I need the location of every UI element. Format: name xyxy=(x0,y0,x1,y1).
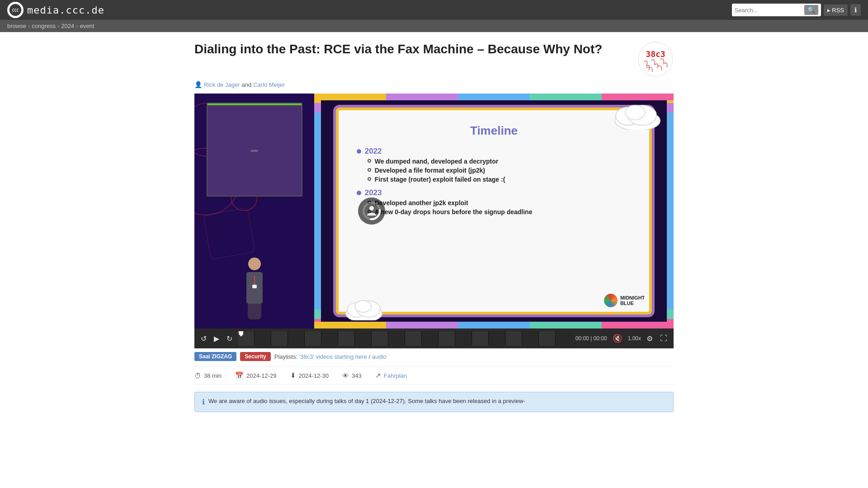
38c3-logo: 38c3 xyxy=(637,41,674,77)
slide-year-2023-label: 2023 xyxy=(365,188,382,197)
breadcrumb-congress[interactable]: congress xyxy=(32,23,56,29)
breadcrumb-year[interactable]: 2024 xyxy=(61,23,74,29)
bullet-circle-3 xyxy=(368,177,371,181)
meta-row: ⏱ 38 min 📅 2024-12-29 ⬇ 2024-12-30 👁 343… xyxy=(194,366,674,385)
date-recorded-value: 2024-12-29 xyxy=(246,372,277,379)
site-logo-icon: CCC xyxy=(7,2,24,18)
info-box: ℹ We are aware of audio issues, especial… xyxy=(194,392,674,412)
author2-link[interactable]: Carlo Meijer xyxy=(253,81,285,88)
fahrplan-link[interactable]: Fahrplan xyxy=(384,372,407,379)
rss-button[interactable]: ▸ RSS xyxy=(824,5,848,16)
site-logo-text[interactable]: media.ccc.de xyxy=(27,5,104,16)
meta-date-recorded: 📅 2024-12-29 xyxy=(235,371,277,380)
slide-year-2022-label: 2022 xyxy=(365,147,382,156)
bullet-circle-2 xyxy=(368,168,371,172)
bullet-dot-2023 xyxy=(357,191,361,195)
search-box: 🔍 xyxy=(732,4,821,16)
external-link-icon: ↗ xyxy=(375,371,381,380)
slide-bullet-2022-3-text: First stage (router) exploit failed on s… xyxy=(375,176,505,183)
search-input[interactable] xyxy=(735,7,802,14)
video-player[interactable]: slide xyxy=(194,94,674,328)
upload-icon: ⬇ xyxy=(290,371,296,380)
meta-fahrplan: ↗ Fahrplan xyxy=(375,371,407,380)
cloud-decoration-top xyxy=(610,98,665,131)
svg-text:38c3: 38c3 xyxy=(646,49,665,59)
meta-duration: ⏱ 38 min xyxy=(194,372,222,380)
speaker-camera: slide xyxy=(194,94,314,328)
tag-saal[interactable]: Saal ZIGZAG xyxy=(194,352,236,361)
breadcrumb-sep3: › xyxy=(76,23,78,29)
main-content: Dialing into the Past: RCE via the Fax M… xyxy=(185,32,683,412)
buffering-indicator xyxy=(358,197,385,225)
slide-bullet-2022-3: First stage (router) exploit failed on s… xyxy=(368,176,632,183)
clock-icon: ⏱ xyxy=(194,372,201,380)
info-box-text: We are aware of audio issues, especially… xyxy=(208,398,525,404)
progress-bar[interactable] xyxy=(238,331,572,346)
slide-bullet-2023-2-text: A new 0-day drops hours before the signu… xyxy=(375,208,533,216)
speaker-figure xyxy=(241,258,268,319)
meta-views: 👁 343 xyxy=(342,372,362,380)
search-button[interactable]: 🔍 xyxy=(804,5,818,15)
slide-right-border xyxy=(667,94,674,328)
slide-bullet-2022-1: We dumped nand, developed a decryptor xyxy=(368,158,632,165)
author-icon: 👤 xyxy=(194,81,202,88)
svg-point-8 xyxy=(625,105,645,120)
playlist2-link[interactable]: audio xyxy=(372,353,387,360)
tags-row: Saal ZIGZAG Security Playlists: '38c3' v… xyxy=(194,352,674,361)
speaker-slide-preview: slide xyxy=(207,103,302,197)
meta-date-released: ⬇ 2024-12-30 xyxy=(290,371,329,380)
duration-value: 38 min xyxy=(204,372,222,379)
fullscreen-button[interactable]: ⛶ xyxy=(658,333,669,343)
nav-right: 🔍 ▸ RSS ℹ xyxy=(732,4,861,16)
slide-year-2023: 2023 xyxy=(357,188,632,197)
playlists-label: Playlists: xyxy=(274,353,297,360)
playlist1-link[interactable]: '38c3' videos starting here xyxy=(299,353,367,360)
breadcrumb-browse[interactable]: browse xyxy=(7,23,26,29)
slide-bullet-2022-2-text: Developed a file format exploit (jp2k) xyxy=(375,167,485,174)
playlists-text: Playlists: '38c3' videos starting here /… xyxy=(274,353,387,360)
play-button[interactable]: ▶ xyxy=(212,333,221,344)
settings-button[interactable]: ⚙ xyxy=(645,333,655,344)
info-box-icon: ℹ xyxy=(202,398,205,406)
midnight-blue-circle xyxy=(604,294,618,307)
calendar-icon: 📅 xyxy=(235,371,244,380)
slide-left-border xyxy=(314,94,321,328)
current-time: 00:00 xyxy=(576,335,589,342)
date-released-value: 2024-12-30 xyxy=(299,372,329,379)
slide-bullet-2023-1: Developed another jp2k exploit xyxy=(368,199,632,206)
slide-bullet-2022-2: Developed a file format exploit (jp2k) xyxy=(368,167,632,174)
svg-rect-2 xyxy=(637,41,674,77)
speed-display: 1.00x xyxy=(628,335,641,342)
rss-icon: ▸ RSS xyxy=(827,7,844,14)
volume-button[interactable]: 🔇 xyxy=(611,333,624,344)
slide-bullet-2023-1-text: Developed another jp2k exploit xyxy=(375,199,468,206)
event-title: Dialing into the Past: RCE via the Fax M… xyxy=(194,41,628,57)
buffering-spinner xyxy=(361,200,382,222)
breadcrumb: browse › congress › 2024 › event xyxy=(0,20,868,32)
authors-row: 👤 Rick de Jager and Carlo Meijer xyxy=(194,81,674,88)
congress-logo: 38c3 xyxy=(637,41,674,77)
slide-bullet-2022-1-text: We dumped nand, developed a decryptor xyxy=(375,158,499,165)
info-icon: ℹ xyxy=(854,6,857,14)
time-display: 00:00 | 00:00 xyxy=(576,335,607,342)
author-join: and xyxy=(241,81,251,88)
svg-point-15 xyxy=(369,206,374,211)
views-value: 343 xyxy=(352,372,362,379)
info-button[interactable]: ℹ xyxy=(850,4,861,16)
midnight-blue-label: MIDNIGHTBLUE xyxy=(620,295,645,306)
svg-point-12 xyxy=(355,300,371,312)
speaker-background: slide xyxy=(194,94,314,328)
slide-title: Timeline xyxy=(357,124,632,138)
bullet-circle-1 xyxy=(368,159,371,163)
seek-backward-button[interactable]: ↺ xyxy=(199,333,208,344)
slide-year-2022: 2022 xyxy=(357,147,632,156)
tag-security[interactable]: Security xyxy=(240,352,270,361)
midnight-blue-logo: MIDNIGHTBLUE xyxy=(604,294,645,307)
breadcrumb-event[interactable]: event xyxy=(80,23,94,29)
slide-bottom-border xyxy=(314,322,674,328)
cloud-decoration-bottom xyxy=(341,296,387,322)
svg-text:CCC: CCC xyxy=(12,9,19,13)
seek-forward-button[interactable]: ↻ xyxy=(225,333,234,344)
author1-link[interactable]: Rick de Jager xyxy=(204,81,240,88)
top-navigation: CCC media.ccc.de 🔍 ▸ RSS ℹ xyxy=(0,0,868,20)
